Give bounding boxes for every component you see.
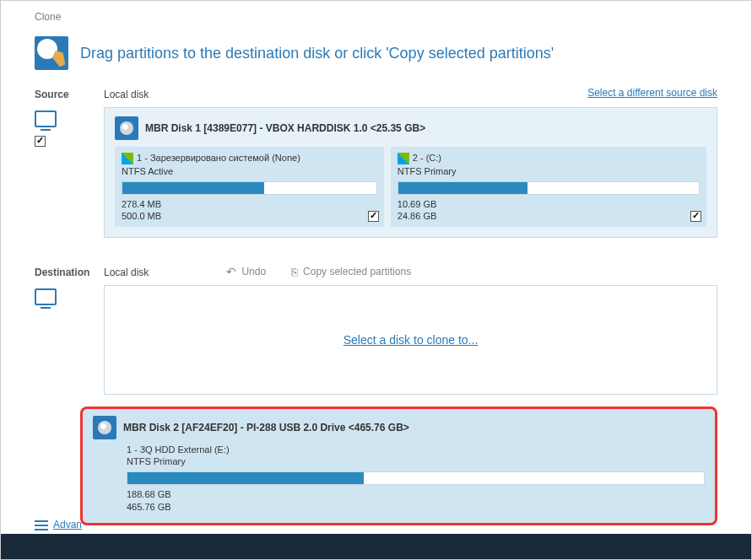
sliders-icon [35, 519, 48, 530]
partition-used: 188.68 GB [127, 488, 705, 500]
clone-app-icon [35, 36, 68, 70]
partition-fs: NTFS Active [122, 166, 377, 176]
windows-icon [398, 153, 409, 164]
copy-label: Copy selected partitions [303, 266, 411, 277]
copy-partitions-button[interactable]: Copy selected partitions [291, 266, 411, 278]
window-title: Clone [1, 1, 751, 28]
copy-icon [291, 266, 298, 278]
source-computer-icon-wrap [35, 107, 94, 149]
source-partition-2[interactable]: 2 - (C:)NTFS Primary10.69 GB24.86 GB [391, 147, 706, 227]
partition-usage-bar [122, 181, 377, 195]
partition-fs: NTFS Primary [398, 166, 700, 176]
source-header-row: Source Local disk Select a different sou… [1, 83, 751, 104]
bottom-bar [1, 534, 751, 559]
source-disk-checkbox[interactable] [35, 136, 46, 147]
partition-usage-bar [398, 181, 700, 195]
partition-checkbox[interactable] [690, 211, 701, 222]
page-header: Drag partitions to the destination disk … [1, 28, 751, 83]
source-disk-panel: MBR Disk 1 [4389E077] - VBOX HARDDISK 1.… [104, 107, 717, 238]
selected-disk-partition: 1 - 3Q HDD External (E:) NTFS Primary 18… [93, 444, 705, 513]
partition-used: 10.69 GB [398, 198, 700, 210]
disk-icon [93, 416, 116, 439]
disk-icon [115, 116, 138, 140]
select-destination-link[interactable]: Select a disk to clone to... [344, 333, 479, 347]
select-different-source-link[interactable]: Select a different source disk [587, 87, 717, 99]
computer-icon [35, 288, 57, 305]
partition-label: 2 - (C:) [413, 153, 441, 163]
destination-header-row: Destination Local disk Undo Copy selecte… [1, 261, 751, 282]
destination-drop-panel[interactable]: Select a disk to clone to... [104, 285, 717, 395]
source-partition-1[interactable]: 1 - Зарезервировано системой (None)NTFS … [115, 147, 384, 227]
source-disk-row: MBR Disk 1 [4389E077] - VBOX HARDDISK 1.… [1, 104, 751, 241]
windows-icon [122, 153, 133, 164]
partition-total: 500.0 MB [122, 210, 377, 222]
partition-used: 278.4 MB [122, 198, 377, 210]
partition-label: 1 - Зарезервировано системой (None) [137, 153, 300, 163]
selected-destination-disk[interactable]: MBR Disk 2 [AF24EF20] - PI-288 USB 2.0 D… [80, 407, 717, 525]
undo-button[interactable]: Undo [226, 265, 266, 278]
partition-total: 465.76 GB [127, 501, 705, 513]
destination-label: Destination [35, 265, 94, 278]
destination-panel-row: Select a disk to clone to... [1, 282, 751, 398]
header-instruction: Drag partitions to the destination disk … [80, 45, 554, 62]
undo-label: Undo [241, 266, 266, 277]
computer-icon [35, 110, 57, 127]
advanced-link[interactable]: Advan [53, 519, 82, 530]
advanced-options[interactable]: Advan [35, 519, 82, 530]
source-disk-title: MBR Disk 1 [4389E077] - VBOX HARDDISK 1.… [145, 122, 425, 134]
partition-checkbox[interactable] [368, 211, 379, 222]
partition-label: 1 - 3Q HDD External (E:) [127, 444, 705, 455]
partition-total: 24.86 GB [398, 210, 700, 222]
partition-usage-bar [127, 471, 705, 485]
partition-fs: NTFS Primary [127, 456, 705, 466]
source-label: Source [35, 87, 94, 100]
destination-computer-icon-wrap [35, 285, 94, 309]
selected-disk-title: MBR Disk 2 [AF24EF20] - PI-288 USB 2.0 D… [123, 422, 409, 433]
undo-icon [226, 265, 236, 278]
destination-location: Local disk [104, 265, 149, 278]
source-location: Local disk [104, 87, 149, 100]
